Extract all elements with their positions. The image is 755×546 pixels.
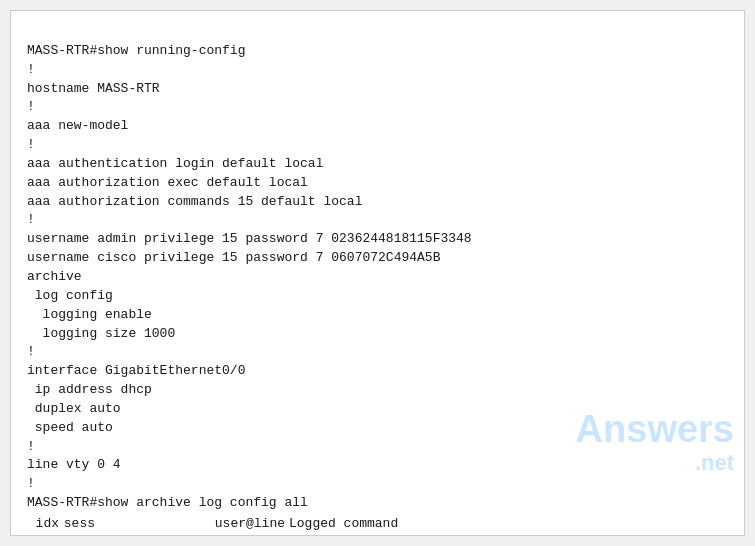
col-logged-header: Logged command bbox=[289, 515, 728, 534]
col-idx-header: idx bbox=[27, 515, 63, 534]
terminal-output: MASS-RTR#show running-config ! hostname … bbox=[27, 23, 728, 494]
row1-user: console@console bbox=[99, 534, 289, 536]
col-sess-header: sess bbox=[63, 515, 99, 534]
archive-table: idx sess user@line Logged command 1 1 co… bbox=[27, 515, 728, 536]
table-header: idx sess user@line Logged command bbox=[27, 515, 728, 534]
table-row: 1 1 console@console |interface GigabitEt… bbox=[27, 534, 728, 536]
row1-sess: 1 bbox=[63, 534, 99, 536]
row1-idx: 1 bbox=[27, 534, 63, 536]
terminal-window: MASS-RTR#show running-config ! hostname … bbox=[10, 10, 745, 536]
archive-command: MASS-RTR#show archive log config all bbox=[27, 494, 728, 513]
col-user-header: user@line bbox=[99, 515, 289, 534]
row1-logged: |interface GigabitEthernet0/0 bbox=[289, 534, 728, 536]
